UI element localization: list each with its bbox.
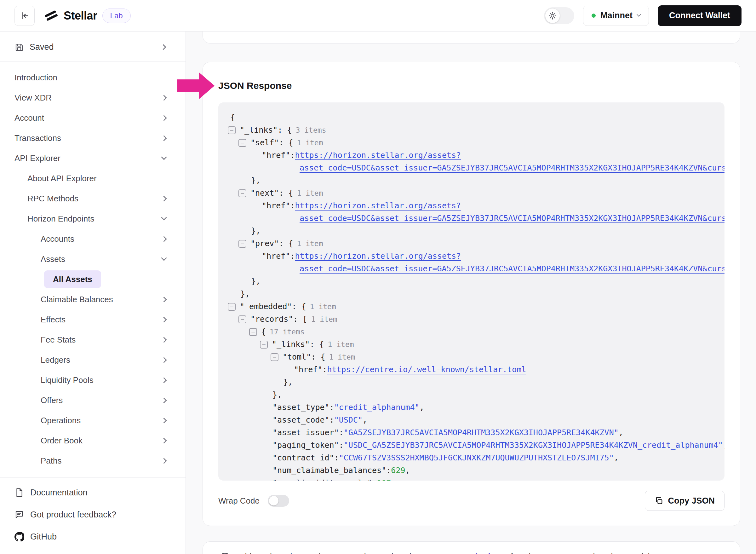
sidebar-item-all-assets[interactable]: All Assets [0,269,185,289]
network-select[interactable]: Mainnet [583,6,649,26]
json-line: asset_code=USDC&asset_issuer=GA5ZSEJYB37… [228,212,715,225]
saved-label: Saved [30,42,54,52]
json-item-count: 3 items [296,124,326,136]
json-punct: }, [240,288,250,300]
sidebar-item-effects[interactable]: Effects [0,310,185,330]
sidebar-item-operations[interactable]: Operations [0,410,185,431]
json-key: "asset_issuer" [273,426,339,439]
sidebar-item-feedback[interactable]: Got product feedback? [14,504,171,525]
json-line: { [228,111,715,124]
collapse-toggle-icon[interactable]: − [228,303,236,311]
json-key: "num_claimable_balances" [273,464,386,477]
json-key: "toml" [283,351,311,363]
rest-api-endpoints-link[interactable]: REST API endpoints [421,552,503,554]
stellar-logo-icon [44,8,59,23]
sidebar-item-label: Account [14,113,44,123]
json-line: "href": https://horizon.stellar.org/asse… [228,149,715,162]
json-line: −"self": {1 item [228,136,715,149]
collapse-toggle-icon[interactable]: − [238,189,246,197]
sidebar-item-label: Operations [41,416,81,426]
json-key: "href" [262,250,290,263]
json-key: "_links" [272,338,310,351]
json-viewer[interactable]: {−"_links": {3 items−"self": {1 item"hre… [218,102,724,481]
sidebar-item-accounts[interactable]: Accounts [0,229,185,249]
json-line: "asset_type": "credit_alphanum4", [228,401,715,414]
json-key: "contract_id" [273,452,334,464]
sidebar-item-liquidity-pools[interactable]: Liquidity Pools [0,370,185,390]
sidebar-item-api-explorer[interactable]: API Explorer [0,148,185,168]
collapse-toggle-icon[interactable]: − [228,126,236,134]
json-line: −"prev": {1 item [228,237,715,250]
sidebar-item-claimable-balances[interactable]: Claimable Balances [0,289,185,310]
sidebar-item-rpc-methods[interactable]: RPC Methods [0,188,185,209]
json-link[interactable]: https://centre.io/.well-known/stellar.to… [327,363,526,376]
json-link[interactable]: asset_code=USDC&asset_issuer=GA5ZSEJYB37… [300,162,724,174]
json-number: 107 [377,477,391,481]
json-link[interactable]: asset_code=USDC&asset_issuer=GA5ZSEJYB37… [300,212,724,225]
sidebar-item-horizon-endpoints[interactable]: Horizon Endpoints [0,209,185,229]
json-punct: : { [279,237,293,250]
collapse-toggle-icon[interactable]: − [271,353,279,361]
info-text-prefix: This tool can be used to run queries aga… [240,552,421,554]
sidebar-item-assets[interactable]: Assets [0,249,185,269]
theme-toggle[interactable] [544,7,574,24]
chevron-right-icon [161,196,167,201]
json-key: "asset_type" [273,401,330,414]
sidebar-item-label: Liquidity Pools [41,375,94,385]
connect-wallet-button[interactable]: Connect Wallet [658,5,742,26]
json-link[interactable]: https://horizon.stellar.org/assets? [295,149,461,162]
json-punct: , [619,426,623,439]
collapse-toggle-icon[interactable]: − [260,341,268,348]
stellar-logo[interactable]: Stellar [44,8,97,23]
json-punct: : { [278,124,292,136]
theme-toggle-knob [545,8,560,23]
json-link[interactable]: https://horizon.stellar.org/assets? [295,250,461,263]
collapse-sidebar-button[interactable] [14,6,35,26]
sidebar-item-saved[interactable]: Saved [0,32,185,62]
json-string: "GA5ZSEJYB37JRC5AVCIA5MOP4RHTM335X2KGX3I… [344,426,619,439]
sidebar-item-account[interactable]: Account [0,108,185,128]
sidebar-item-paths[interactable]: Paths [0,451,185,471]
sidebar-item-label: About API Explorer [27,174,97,183]
sidebar-item-fee-stats[interactable]: Fee Stats [0,330,185,350]
sidebar-item-label: Introduction [14,73,57,82]
copy-json-label: Copy JSON [668,496,715,506]
sidebar-item-label: Transactions [14,133,61,143]
chevron-right-icon [161,337,167,342]
json-line: "href": https://horizon.stellar.org/asse… [228,200,715,212]
save-icon [14,43,24,52]
document-icon [14,488,24,497]
json-link[interactable]: asset_code=USDC&asset_issuer=GA5ZSEJYB37… [300,263,724,275]
json-line: "paging_token": "USDC_GA5ZSEJYB37JRC5AVC… [228,439,715,452]
wrap-code-toggle[interactable] [268,495,289,507]
sidebar-footer: Documentation Got product feedback? GitH… [0,478,185,554]
sidebar-item-label: Accounts [41,234,74,244]
collapse-toggle-icon[interactable]: − [238,316,246,323]
sidebar-item-about-api-explorer[interactable]: About API Explorer [0,168,185,188]
json-string: "CCW67TSZV3SSS2HXMBQ5JFGCKJNXKZM7UQUWUZP… [339,452,614,464]
sidebar-item-introduction[interactable]: Introduction [0,67,185,88]
json-line: −"_links": {3 items [228,124,715,136]
json-line: −"_links": {1 item [228,338,715,351]
chevron-down-icon [161,154,167,160]
json-punct: }, [273,389,282,401]
copy-json-button[interactable]: Copy JSON [645,491,724,511]
collapse-toggle-icon[interactable]: − [249,328,257,336]
json-punct: : [322,363,327,376]
json-link[interactable]: https://horizon.stellar.org/assets? [295,200,461,212]
sidebar-item-order-book[interactable]: Order Book [0,431,185,451]
sidebar-item-label: Fee Stats [41,335,76,345]
sidebar-item-github[interactable]: GitHub [14,525,171,548]
json-line: "num_liquidity_pools": 107, [228,477,715,481]
sidebar-item-transactions[interactable]: Transactions [0,128,185,148]
sidebar-nav: IntroductionView XDRAccountTransactionsA… [0,62,185,478]
json-punct: }, [251,225,260,237]
collapse-toggle-icon[interactable]: − [238,240,246,248]
sidebar-item-offers[interactable]: Offers [0,390,185,410]
sidebar-item-ledgers[interactable]: Ledgers [0,350,185,370]
sidebar-item-view-xdr[interactable]: View XDR [0,88,185,108]
sidebar-item-documentation[interactable]: Documentation [14,482,171,504]
main-content: JSON Response {−"_links": {3 items−"self… [186,32,756,554]
collapse-toggle-icon[interactable]: − [238,139,246,147]
json-punct: }, [283,376,293,389]
